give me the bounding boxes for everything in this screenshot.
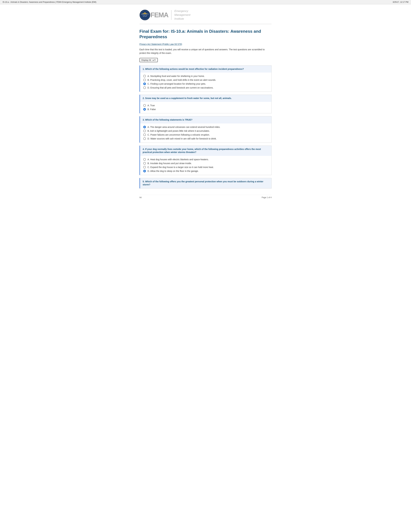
question-1-option-B[interactable]: B. Practicing drop, cover, and hold dril… bbox=[143, 79, 268, 81]
question-1-block: 1. Which of the following actions would … bbox=[140, 66, 271, 92]
question-4-header: 4. If your dog normally lives outside yo… bbox=[140, 146, 271, 156]
browser-bar: IS-10.a - Animals in Disasters: Awarenes… bbox=[0, 0, 411, 4]
emi-logo-text: Emergency Management Institute bbox=[174, 9, 190, 21]
radio-4-C[interactable] bbox=[143, 166, 146, 169]
question-3-option-A[interactable]: A. The danger area around volcanoes can … bbox=[143, 126, 268, 128]
fema-logo: FEMA bbox=[150, 11, 168, 19]
option-label-3-B: B. Ash is lightweight and poses little r… bbox=[148, 130, 210, 132]
question-1-header: 1. Which of the following actions would … bbox=[140, 66, 271, 73]
display-all-label: Display All bbox=[141, 59, 151, 61]
logo-divider bbox=[171, 10, 171, 20]
option-label-2-A: A. True bbox=[148, 104, 155, 107]
radio-1-B[interactable] bbox=[143, 79, 146, 81]
question-5-header: 5. Which of the following offers you the… bbox=[140, 178, 271, 188]
page-footer: htt Page 1 of 4 bbox=[140, 195, 271, 199]
question-2-block: 2. Snow may be used as a supplement to f… bbox=[140, 95, 271, 113]
question-3-option-B[interactable]: B. Ash is lightweight and poses little r… bbox=[143, 130, 268, 132]
questions-container: 1. Which of the following actions would … bbox=[140, 66, 271, 189]
browser-title: IS-10.a - Animals in Disasters: Awarenes… bbox=[3, 1, 96, 3]
radio-4-D[interactable] bbox=[143, 170, 146, 172]
intro-text: Each time that this test is loaded, you … bbox=[140, 48, 271, 55]
option-label-1-D: D. Ensuring that all pets and livestock … bbox=[148, 86, 213, 89]
browser-datetime: 3/25/17, 12:17 PM bbox=[393, 1, 408, 3]
option-label-4-B: B. Insulate dog houses and put straw ins… bbox=[148, 162, 192, 165]
option-label-1-B: B. Practicing drop, cover, and hold dril… bbox=[148, 79, 216, 81]
radio-4-B[interactable] bbox=[143, 162, 146, 165]
radio-1-A[interactable] bbox=[143, 75, 146, 77]
radio-1-D[interactable] bbox=[143, 86, 146, 89]
option-label-3-C: C. Power failures are uncommon following… bbox=[148, 133, 210, 136]
radio-1-C[interactable] bbox=[143, 83, 146, 85]
question-2-header: 2. Snow may be used as a supplement to f… bbox=[140, 95, 271, 102]
question-4-option-D[interactable]: D. Allow the dog to sleep on the floor i… bbox=[143, 170, 268, 172]
question-4-block: 4. If your dog normally lives outside yo… bbox=[140, 146, 271, 175]
page-wrapper: DEPARTMENT OF HOMELAND SECURITY FEMA Eme… bbox=[133, 4, 278, 208]
radio-3-D[interactable] bbox=[143, 137, 146, 140]
question-2-option-A[interactable]: A. True bbox=[143, 104, 268, 107]
radio-4-A[interactable] bbox=[143, 158, 146, 161]
question-3-option-C[interactable]: C. Power failures are uncommon following… bbox=[143, 133, 268, 136]
footer-right: Page 1 of 4 bbox=[262, 196, 271, 199]
footer-left: htt bbox=[140, 196, 141, 199]
question-4-option-A[interactable]: A. Heat dog houses with electric blanket… bbox=[143, 158, 268, 161]
option-label-3-A: A. The danger area around volcanoes can … bbox=[148, 126, 220, 128]
privacy-act-link[interactable]: Privacy Act Statement (Public Law 93 579… bbox=[140, 43, 271, 46]
question-4-option-B[interactable]: B. Insulate dog houses and put straw ins… bbox=[143, 162, 268, 165]
option-label-4-C: C. Expand the dog house to a larger size… bbox=[148, 166, 214, 169]
question-4-options: A. Heat dog houses with electric blanket… bbox=[140, 156, 271, 175]
option-label-4-D: D. Allow the dog to sleep on the floor i… bbox=[148, 170, 199, 172]
question-5-block: 5. Which of the following offers you the… bbox=[140, 178, 271, 189]
radio-3-A[interactable] bbox=[143, 126, 146, 128]
question-1-option-C[interactable]: C. Finding a pre-arranged location for s… bbox=[143, 83, 268, 85]
svg-text:HOMELAND: HOMELAND bbox=[142, 15, 148, 16]
question-3-options: A. The danger area around volcanoes can … bbox=[140, 124, 271, 142]
question-3-option-D[interactable]: D. Water sources with ash mixed in are s… bbox=[143, 137, 268, 140]
option-label-1-A: A. Stockpiling food and water for shelte… bbox=[148, 75, 205, 77]
display-all-button[interactable]: Display All ▲▼ bbox=[140, 58, 158, 62]
dropdown-arrow-icon: ▲▼ bbox=[152, 59, 156, 61]
question-2-option-B[interactable]: B. False bbox=[143, 108, 268, 111]
question-3-block: 3. Which of the following statements is … bbox=[140, 116, 271, 143]
option-label-4-A: A. Heat dog houses with electric blanket… bbox=[148, 158, 209, 161]
page-header: DEPARTMENT OF HOMELAND SECURITY FEMA Eme… bbox=[140, 9, 271, 24]
question-4-option-C[interactable]: C. Expand the dog house to a larger size… bbox=[143, 166, 268, 169]
radio-2-B[interactable] bbox=[143, 108, 146, 111]
radio-3-C[interactable] bbox=[143, 133, 146, 136]
svg-text:SECURITY: SECURITY bbox=[143, 16, 147, 17]
question-2-options: A. TrueB. False bbox=[140, 102, 271, 113]
question-1-option-D[interactable]: D. Ensuring that all pets and livestock … bbox=[143, 86, 268, 89]
option-label-1-C: C. Finding a pre-arranged location for s… bbox=[148, 83, 206, 85]
option-label-2-B: B. False bbox=[148, 108, 156, 111]
question-1-option-A[interactable]: A. Stockpiling food and water for shelte… bbox=[143, 75, 268, 77]
radio-2-A[interactable] bbox=[143, 104, 146, 107]
page-title: Final Exam for: IS-10.a: Animals in Disa… bbox=[140, 29, 271, 40]
option-label-3-D: D. Water sources with ash mixed in are s… bbox=[148, 137, 217, 140]
question-3-header: 3. Which of the following statements is … bbox=[140, 116, 271, 124]
dhs-seal-icon: DEPARTMENT OF HOMELAND SECURITY bbox=[140, 10, 150, 20]
question-1-options: A. Stockpiling food and water for shelte… bbox=[140, 73, 271, 92]
radio-3-B[interactable] bbox=[143, 130, 146, 132]
